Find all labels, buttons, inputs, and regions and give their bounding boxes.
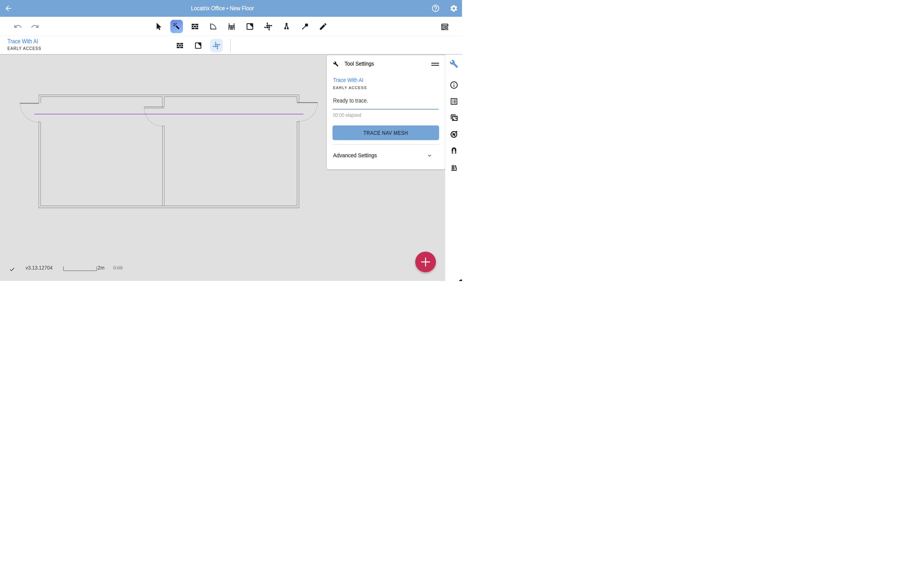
magnet-icon bbox=[450, 146, 458, 155]
label-pin-icon bbox=[300, 22, 309, 31]
elapsed-time-label: 00:00 elapsed bbox=[333, 112, 361, 118]
redo-icon bbox=[31, 22, 39, 31]
pencil-icon bbox=[319, 22, 327, 31]
network-tool-button[interactable] bbox=[280, 20, 293, 33]
trace-with-ai-tool-button[interactable] bbox=[170, 20, 183, 33]
right-rail bbox=[445, 55, 462, 281]
redo-button[interactable] bbox=[31, 22, 39, 31]
subtool-nav-mesh-button[interactable] bbox=[210, 39, 223, 52]
panel-early-access-badge: EARLY ACCESS bbox=[333, 85, 367, 90]
trace-progress-bar bbox=[333, 109, 439, 110]
panel-tool-name: Trace With AI bbox=[333, 77, 363, 84]
sub-toolbar: Trace With AI EARLY ACCESS bbox=[0, 36, 462, 55]
nav-mesh-tool-button[interactable] bbox=[262, 20, 274, 33]
help-button[interactable] bbox=[431, 4, 440, 13]
floorplan-page-icon bbox=[246, 22, 254, 31]
app-header: Locatrix Office • New Floor bbox=[0, 0, 462, 17]
trace-status-text: Ready to trace. bbox=[333, 97, 368, 104]
floorplan-walls bbox=[39, 95, 299, 208]
help-icon bbox=[431, 4, 440, 13]
early-access-badge: EARLY ACCESS bbox=[8, 46, 41, 51]
panel-title: Tool Settings bbox=[345, 60, 374, 67]
list-icon bbox=[450, 97, 458, 106]
floorplan-door-arcs bbox=[20, 103, 318, 126]
subtool-walls-button[interactable] bbox=[174, 39, 186, 52]
draw-tool-button[interactable] bbox=[317, 20, 329, 33]
view-options-button[interactable] bbox=[441, 22, 449, 31]
drag-handle-icon[interactable] bbox=[431, 63, 439, 66]
add-fab-button[interactable] bbox=[415, 252, 436, 272]
floorplans-icon bbox=[450, 113, 458, 122]
select-cursor-icon bbox=[154, 22, 163, 31]
rail-north-button[interactable] bbox=[449, 129, 459, 139]
subtool-floorplan-button[interactable] bbox=[192, 39, 204, 52]
wrench-icon bbox=[333, 61, 339, 67]
app: Locatrix Office • New Floor bbox=[0, 0, 462, 281]
furniture-tool-button[interactable] bbox=[225, 20, 238, 33]
floorplan-door-leaves bbox=[20, 102, 318, 103]
nav-mesh-grid-icon bbox=[264, 22, 273, 31]
main-toolbar bbox=[0, 17, 462, 36]
chevron-down-icon bbox=[427, 153, 432, 158]
wall-bricks-icon bbox=[176, 41, 184, 50]
network-nodes-icon bbox=[282, 22, 291, 31]
nav-mesh-grid-icon bbox=[212, 41, 221, 50]
advanced-settings-label: Advanced Settings bbox=[333, 152, 377, 159]
rail-tool-settings-button[interactable] bbox=[449, 59, 459, 69]
library-books-icon bbox=[450, 163, 458, 172]
furniture-table-icon bbox=[227, 22, 236, 31]
wall-tool-button[interactable] bbox=[189, 20, 201, 33]
tool-settings-panel: Tool Settings Trace With AI EARLY ACCESS… bbox=[327, 55, 445, 169]
arc-tool-button[interactable] bbox=[207, 20, 219, 33]
undo-button[interactable] bbox=[14, 22, 22, 31]
plus-icon bbox=[420, 256, 432, 268]
subtool-group bbox=[174, 39, 228, 52]
gear-icon bbox=[450, 4, 458, 13]
wall-bricks-icon bbox=[190, 22, 200, 31]
active-tool-name: Trace With AI bbox=[8, 38, 38, 45]
info-icon bbox=[450, 81, 458, 90]
panel-divider bbox=[333, 144, 439, 145]
subtool-divider bbox=[230, 39, 231, 52]
tool-group bbox=[152, 20, 329, 33]
select-tool-button[interactable] bbox=[152, 20, 165, 33]
rail-library-button[interactable] bbox=[449, 163, 459, 172]
floorplan-page-icon bbox=[194, 41, 202, 50]
settings-button[interactable] bbox=[450, 4, 458, 13]
undo-icon bbox=[14, 22, 22, 31]
rail-snap-button[interactable] bbox=[449, 146, 459, 155]
advanced-settings-toggle[interactable]: Advanced Settings bbox=[327, 149, 445, 163]
trace-nav-mesh-button[interactable]: TRACE NAV MESH bbox=[333, 126, 439, 140]
trace-nav-mesh-label: TRACE NAV MESH bbox=[364, 130, 408, 136]
page-title: Locatrix Office • New Floor bbox=[22, 0, 423, 17]
arc-corner-icon bbox=[209, 22, 218, 31]
label-tool-button[interactable] bbox=[298, 20, 311, 33]
wrench-icon bbox=[450, 60, 458, 68]
north-compass-icon bbox=[450, 130, 458, 138]
floorplan-image-tool-button[interactable] bbox=[244, 20, 256, 33]
back-arrow-icon bbox=[4, 4, 13, 13]
magic-wand-icon bbox=[172, 22, 181, 31]
rail-floorplans-button[interactable] bbox=[449, 113, 459, 122]
back-button[interactable] bbox=[4, 4, 13, 13]
rail-details-button[interactable] bbox=[449, 97, 459, 106]
view-options-icon bbox=[441, 22, 449, 31]
rail-info-button[interactable] bbox=[449, 81, 459, 90]
